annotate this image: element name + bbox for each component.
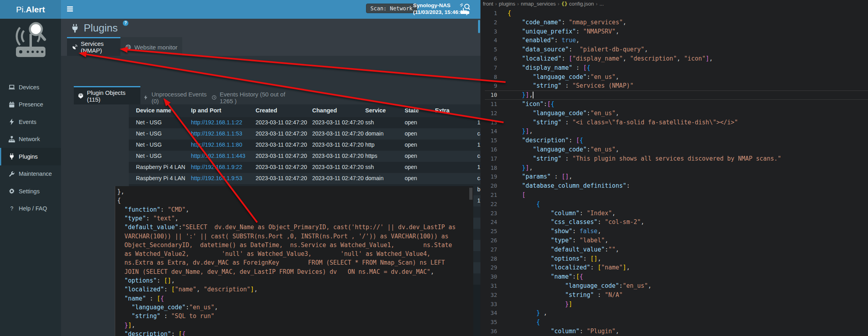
editor-line[interactable]: 34} , <box>480 308 868 318</box>
tab-services-nmap[interactable]: Services (NMAP) <box>67 37 125 56</box>
ip-port-link[interactable]: http://192.168.1.9:22 <box>191 164 242 170</box>
table-row[interactable]: Net - USGhttp://192.168.1.1:222023-03-11… <box>129 117 541 128</box>
gear-icon <box>8 188 15 195</box>
tab-unprocessed-events-0[interactable]: Unprocessed Events (0) <box>139 89 207 106</box>
editor-line[interactable]: 24"css_classes": "col-sm-2", <box>480 218 868 227</box>
editor-line[interactable]: 25"show": false, <box>480 227 868 236</box>
sidebar-item-network[interactable]: Network <box>0 131 61 148</box>
editor-line[interactable]: 2"code_name": "nmap_services", <box>480 18 868 27</box>
table-row[interactable]: Raspberry Pi 4 LANhttp://192.168.1.9:222… <box>129 162 541 173</box>
editor-line[interactable]: 16"language_code":"en_us", <box>480 145 868 154</box>
column-header-ip-and-port[interactable]: Ip and Port <box>191 107 221 114</box>
editor-line[interactable]: 4"enabled": true, <box>480 36 868 45</box>
editor-line[interactable]: 23"column": "Index", <box>480 209 868 218</box>
editor-line[interactable]: 35{ <box>480 318 868 327</box>
editor-line[interactable]: 29"localized": ["name"], <box>480 263 868 272</box>
editor-line[interactable]: 15"description": [{ <box>480 136 868 145</box>
sidebar-item-label: Help / FAQ <box>19 205 47 212</box>
tab-events-history-50-out-of-1265[interactable]: Events History (50 out of 1265 ) <box>208 89 287 106</box>
code-editor[interactable]: front›plugins›nmap_services›{}config.jso… <box>480 0 868 336</box>
sql-code-line: JOIN (SELECT dev_Name, dev_MAC, dev_Last… <box>115 267 473 276</box>
sidebar-item-label: Plugins <box>19 153 38 160</box>
editor-line[interactable]: 21[ <box>480 191 868 200</box>
column-header-service[interactable]: Service <box>365 107 386 114</box>
sidebar-item-help-faq[interactable]: ?Help / FAQ <box>0 200 61 218</box>
editor-line[interactable]: 30"name":[{ <box>480 272 868 281</box>
sql-code-line: "function": "CMD", <box>115 205 473 214</box>
editor-line[interactable]: 11"icon":[{ <box>480 100 868 109</box>
editor-line[interactable]: 20"database_column_definitions": <box>480 181 868 191</box>
column-header-state[interactable]: State <box>405 107 419 114</box>
editor-line[interactable]: 36"column": "Plugin", <box>480 327 868 336</box>
plug-icon <box>70 24 80 33</box>
editor-line[interactable]: 26"type": "label", <box>480 236 868 245</box>
ip-port-link[interactable]: http://192.168.1.1:80 <box>191 141 242 148</box>
sql-code-overlay: },{"function": "CMD","type": "text","def… <box>115 186 473 336</box>
editor-line[interactable]: 28"options": [], <box>480 254 868 263</box>
ip-port-link[interactable]: http://192.168.1.1:22 <box>191 119 242 126</box>
breadcrumb-item[interactable]: plugins <box>499 1 515 7</box>
table-row[interactable]: Net - USGhttp://192.168.1.1:4432023-03-1… <box>129 151 541 162</box>
ip-port-link[interactable]: http://192.168.1.1:443 <box>191 153 245 159</box>
editor-line[interactable]: 22{ <box>480 200 868 209</box>
router-scan-icon[interactable] <box>459 3 471 16</box>
editor-line[interactable]: 6"localized": ["display_name", "descript… <box>480 54 868 63</box>
top-navbar: Scan: Network Synology-NAS (11/03/2023, … <box>61 0 480 19</box>
breadcrumb-item[interactable]: ... <box>599 1 604 7</box>
table-row[interactable]: Net - USGhttp://192.168.1.1:802023-03-11… <box>129 140 541 151</box>
editor-line[interactable]: 13"string" : "<i class=\"fa-solid fa-sat… <box>480 118 868 127</box>
changed-cell: 2023-03-11 02:47:20 <box>312 130 364 137</box>
sidebar-item-plugins[interactable]: Plugins <box>0 148 61 165</box>
sql-code-line: "string" : "SQL to run" <box>115 312 473 320</box>
satellite-dish-icon <box>72 44 78 50</box>
ip-port-link[interactable]: http://192.168.1.9:53 <box>191 175 242 181</box>
sidebar-item-label: Devices <box>19 84 39 90</box>
breadcrumb-item[interactable]: nmap_services <box>521 1 555 7</box>
editor-line[interactable]: 18}], <box>480 163 868 173</box>
content-scrollbar-thumb[interactable] <box>478 20 480 33</box>
table-row[interactable]: Raspberry Pi 4 LANhttp://192.168.1.9:532… <box>129 173 541 184</box>
editor-line[interactable]: 33}] <box>480 300 868 309</box>
breadcrumb-item[interactable]: {}config.json <box>561 1 594 7</box>
editor-line[interactable]: 31"language_code":"en_us", <box>480 281 868 291</box>
editor-line[interactable]: 10}], <box>480 90 868 100</box>
app-logo[interactable]: Pi.Alert <box>0 0 61 19</box>
sql-code-line: "type": "text", <box>115 214 473 223</box>
column-header-extra[interactable]: Extra <box>435 107 449 114</box>
hamburger-menu-icon[interactable] <box>67 6 73 12</box>
service-cell: domain <box>365 130 384 137</box>
editor-line[interactable]: 5"data_source": "pialert-db-query", <box>480 45 868 54</box>
created-cell: 2023-03-11 02:47:20 <box>256 164 307 170</box>
sql-code-line: VARCHAR(100)) || ':' || cast( SUBSTR(ns.… <box>115 232 473 241</box>
editor-line[interactable]: 17"string" : "This plugin shows all serv… <box>480 154 868 163</box>
ip-port-link[interactable]: http://192.168.1.1:53 <box>191 130 242 137</box>
sidebar-item-devices[interactable]: Devices <box>0 79 61 96</box>
sql-code-line: { <box>115 196 473 205</box>
sidebar-item-maintenance[interactable]: Maintenance <box>0 165 61 183</box>
state-cell: open <box>405 141 417 148</box>
editor-line[interactable]: 3"unique_prefix": "NMAPSRV", <box>480 27 868 36</box>
tab-website-monitor[interactable]: Website monitor <box>120 37 182 56</box>
device-name-cell: Net - USG <box>136 130 162 137</box>
editor-line[interactable]: 9"string" : "Services (NMAP)" <box>480 81 868 90</box>
column-header-created[interactable]: Created <box>256 107 277 114</box>
editor-line[interactable]: 8"language_code":"en_us", <box>480 73 868 82</box>
editor-line[interactable]: 14}], <box>480 127 868 136</box>
sidebar-item-settings[interactable]: Settings <box>0 183 61 200</box>
sidebar-item-events[interactable]: Events <box>0 113 61 131</box>
editor-line[interactable]: 1{ <box>480 9 868 18</box>
editor-line[interactable]: 19"params" : [], <box>480 172 868 181</box>
breadcrumb[interactable]: front›plugins›nmap_services›{}config.jso… <box>483 0 604 8</box>
editor-line[interactable]: 32"string" : "N/A" <box>480 291 868 300</box>
sidebar-item-presence[interactable]: Presence <box>0 96 61 114</box>
column-header-changed[interactable]: Changed <box>312 107 337 114</box>
breadcrumb-item[interactable]: front <box>483 1 493 7</box>
editor-line[interactable]: 7"display_name" : [{ <box>480 63 868 73</box>
column-header-device-name[interactable]: Device name <box>136 107 171 114</box>
editor-line[interactable]: 27"default_value":"", <box>480 245 868 254</box>
tab-plugin-objects-115[interactable]: Plugin Objects (115) <box>74 86 140 104</box>
help-badge[interactable]: ? <box>123 20 128 26</box>
table-row[interactable]: Net - USGhttp://192.168.1.1:532023-03-11… <box>129 128 541 140</box>
state-cell: open <box>405 119 417 126</box>
editor-line[interactable]: 12"language_code":"en_us", <box>480 109 868 118</box>
